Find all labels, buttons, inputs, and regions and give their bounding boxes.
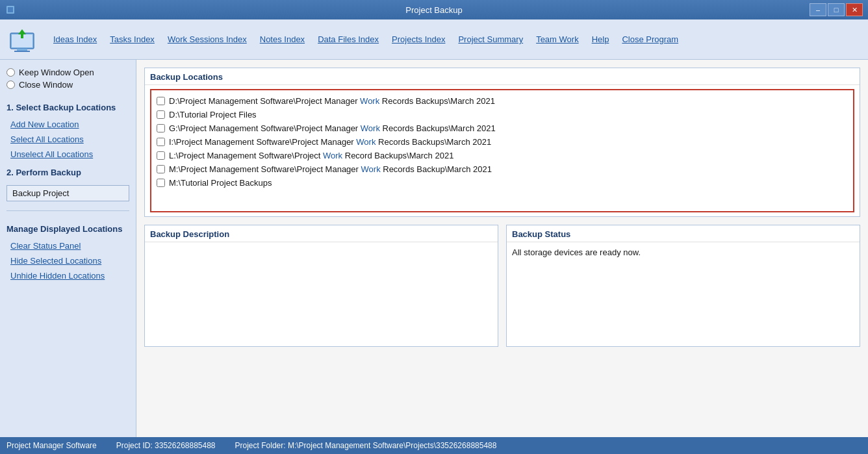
- location-checkbox-2[interactable]: [157, 124, 165, 132]
- location-checkbox-3[interactable]: [157, 138, 165, 146]
- backup-status-content: All storage devices are ready now.: [507, 242, 860, 346]
- backup-locations-list: D:\Project Management Software\Project M…: [150, 89, 854, 212]
- nav-data-files-index[interactable]: Data Files Index: [313, 33, 384, 45]
- logo-icon: [6, 24, 38, 55]
- nav-ideas-index[interactable]: Ideas Index: [48, 33, 102, 45]
- backup-locations-panel: Backup Locations D:\Project Management S…: [144, 68, 860, 217]
- app-icon: [5, 5, 16, 15]
- backup-locations-content: D:\Project Management Software\Project M…: [145, 85, 860, 216]
- backup-description-panel: Backup Description: [144, 225, 498, 347]
- sidebar-divider: [6, 210, 129, 211]
- nav-bar: Ideas Index Tasks Index Work Sessions In…: [0, 19, 868, 60]
- bottom-panels: Backup Description Backup Status All sto…: [144, 225, 860, 347]
- maximize-button[interactable]: □: [828, 3, 845, 16]
- location-checkbox-0[interactable]: [157, 97, 165, 105]
- location-path-2: G:\Project Management Software\Project M…: [169, 123, 496, 133]
- close-button[interactable]: ✕: [846, 3, 863, 16]
- backup-status-panel: Backup Status All storage devices are re…: [506, 225, 860, 347]
- window-state-group: Keep Window Open Close Window: [6, 68, 129, 90]
- location-checkbox-4[interactable]: [157, 151, 165, 160]
- section2-title: 2. Perform Backup: [6, 168, 129, 177]
- location-path-4: L:\Project Management Software\Project W…: [169, 151, 453, 160]
- status-software: Project Manager Software: [6, 441, 97, 450]
- status-project-id: Project ID: 33526268885488: [116, 441, 216, 450]
- hide-selected-link[interactable]: Hide Selected Locations: [6, 255, 129, 266]
- backup-status-title: Backup Status: [507, 225, 860, 242]
- select-all-locations-link[interactable]: Select All Locations: [6, 134, 129, 145]
- nav-help[interactable]: Help: [587, 33, 615, 45]
- location-item: M:\Tutorial Project Backups: [155, 176, 849, 190]
- svg-rect-1: [8, 7, 13, 12]
- nav-work-sessions-index[interactable]: Work Sessions Index: [162, 33, 252, 45]
- location-item: D:\Project Management Software\Project M…: [155, 94, 849, 108]
- nav-links: Ideas Index Tasks Index Work Sessions In…: [48, 33, 683, 45]
- title-bar-title: Project Backup: [405, 5, 462, 15]
- nav-team-work[interactable]: Team Work: [531, 33, 584, 45]
- title-bar: Project Backup – □ ✕: [0, 0, 868, 19]
- location-path-6: M:\Tutorial Project Backups: [169, 178, 272, 188]
- nav-notes-index[interactable]: Notes Index: [255, 33, 310, 45]
- location-path-0: D:\Project Management Software\Project M…: [169, 96, 495, 106]
- location-path-3: I:\Project Management Software\Project M…: [169, 137, 491, 147]
- backup-description-content: [145, 242, 498, 346]
- location-item: M:\Project Management Software\Project M…: [155, 162, 849, 176]
- add-new-location-link[interactable]: Add New Location: [6, 119, 129, 130]
- keep-window-open-text: Keep Window Open: [19, 68, 94, 77]
- unhide-hidden-link[interactable]: Unhide Hidden Locations: [6, 270, 129, 281]
- title-bar-controls: – □ ✕: [810, 3, 863, 16]
- main-area: Keep Window Open Close Window 1. Select …: [0, 60, 868, 437]
- close-window-radio[interactable]: [6, 81, 15, 89]
- status-bar: Project Manager Software Project ID: 335…: [0, 437, 868, 454]
- nav-close-program[interactable]: Close Program: [617, 33, 683, 45]
- location-checkbox-6[interactable]: [157, 179, 165, 187]
- location-item: L:\Project Management Software\Project W…: [155, 149, 849, 162]
- svg-rect-4: [17, 49, 27, 51]
- location-path-1: D:\Tutorial Project Files: [169, 110, 257, 120]
- nav-projects-index[interactable]: Projects Index: [387, 33, 450, 45]
- clear-status-link[interactable]: Clear Status Panel: [6, 240, 129, 251]
- close-window-text: Close Window: [19, 80, 73, 90]
- nav-project-summary[interactable]: Project Summary: [453, 33, 528, 45]
- content-area: Backup Locations D:\Project Management S…: [136, 60, 868, 437]
- close-window-label[interactable]: Close Window: [6, 80, 129, 90]
- location-item: D:\Tutorial Project Files: [155, 108, 849, 121]
- unselect-all-locations-link[interactable]: Unselect All Locations: [6, 149, 129, 160]
- location-checkbox-1[interactable]: [157, 110, 165, 119]
- title-bar-left: [5, 5, 16, 15]
- nav-logo: [6, 24, 38, 55]
- status-project-folder: Project Folder: M:\Project Management So…: [235, 441, 497, 450]
- location-checkbox-5[interactable]: [157, 165, 165, 173]
- backup-locations-title: Backup Locations: [145, 68, 860, 85]
- sidebar: Keep Window Open Close Window 1. Select …: [0, 60, 136, 437]
- nav-tasks-index[interactable]: Tasks Index: [105, 33, 160, 45]
- backup-status-message: All storage devices are ready now.: [512, 247, 641, 257]
- location-item: G:\Project Management Software\Project M…: [155, 121, 849, 135]
- keep-window-open-radio[interactable]: [6, 68, 15, 77]
- location-path-5: M:\Project Management Software\Project M…: [169, 164, 492, 174]
- manage-section-title: Manage Displayed Locations: [6, 224, 129, 234]
- backup-project-button[interactable]: Backup Project: [6, 185, 129, 201]
- svg-rect-5: [14, 51, 30, 52]
- backup-description-title: Backup Description: [145, 225, 498, 242]
- section1-title: 1. Select Backup Locations: [6, 103, 129, 112]
- minimize-button[interactable]: –: [810, 3, 826, 16]
- location-item: I:\Project Management Software\Project M…: [155, 135, 849, 149]
- keep-window-open-label[interactable]: Keep Window Open: [6, 68, 129, 77]
